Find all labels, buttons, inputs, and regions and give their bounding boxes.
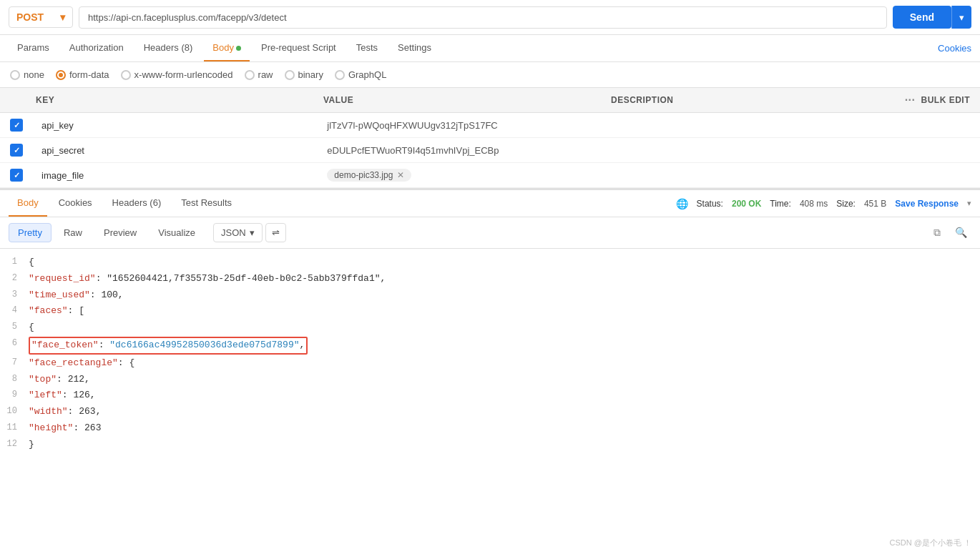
send-dropdown-button[interactable]: ▾ [951, 6, 971, 29]
radio-raw [245, 70, 255, 80]
bulk-edit-button[interactable]: Bulk Edit [921, 95, 971, 105]
table-row: image_file demo-pic33.jpg ✕ [0, 163, 980, 188]
status-label: Status: [697, 199, 723, 209]
radio-none [10, 70, 20, 80]
json-line: 9 "left": 126, [0, 387, 980, 404]
json-line: 1{ [0, 254, 980, 271]
tab-settings[interactable]: Settings [389, 35, 440, 61]
resp-tab-testresults[interactable]: Test Results [172, 190, 240, 217]
tab-body[interactable]: Body [204, 35, 250, 61]
method-value: POST [16, 11, 44, 23]
cookies-link[interactable]: Cookies [938, 43, 971, 54]
radio-formdata [56, 70, 66, 80]
line-content: "height": 263 [29, 421, 980, 436]
json-response-body: 1{2 "request_id": "1652604421,7f35573b-2… [0, 249, 980, 449]
status-time: 408 ms [800, 199, 828, 209]
resp-tab-cookies[interactable]: Cookies [50, 190, 101, 217]
line-content: "face_token": "dc6166ac49952850036d3ede0… [29, 337, 980, 355]
status-code: 200 OK [732, 199, 761, 209]
filter-icon[interactable]: ⇌ [265, 223, 286, 242]
line-content: "width": 263, [29, 405, 980, 420]
resp-tab-headers[interactable]: Headers (6) [104, 190, 170, 217]
tab-headers[interactable]: Headers (8) [135, 35, 202, 61]
radio-graphql [335, 70, 345, 80]
size-label: Size: [836, 199, 856, 209]
line-number: 9 [0, 388, 29, 402]
tab-params[interactable]: Params [9, 35, 58, 61]
save-response-button[interactable]: Save Response [895, 199, 959, 209]
col-actions-header: ··· Bulk Edit [898, 94, 970, 107]
tab-prerequest[interactable]: Pre-request Script [253, 35, 345, 61]
method-select[interactable]: POST ▾ [9, 6, 73, 28]
row2-value: eDULPcfETWuoRT9I4q51mvhIVpj_ECBp [327, 145, 612, 156]
body-type-formdata[interactable]: form-data [56, 69, 109, 80]
body-type-bar: none form-data x-www-form-urlencoded raw… [0, 62, 980, 88]
line-number: 1 [0, 255, 29, 269]
body-type-binary[interactable]: binary [285, 69, 323, 80]
json-line: 4 "faces": [ [0, 303, 980, 320]
resp-tab-body[interactable]: Body [9, 190, 47, 217]
json-line: 2 "request_id": "1652604421,7f35573b-25d… [0, 271, 980, 287]
line-number: 2 [0, 272, 29, 285]
line-number: 11 [0, 421, 29, 435]
format-pretty-button[interactable]: Pretty [9, 223, 52, 242]
status-bar: 🌐 Status: 200 OK Time: 408 ms Size: 451 … [676, 198, 971, 209]
row1-checkbox[interactable] [10, 119, 23, 132]
format-visualize-button[interactable]: Visualize [149, 223, 205, 242]
tab-tests[interactable]: Tests [348, 35, 386, 61]
format-bar: Pretty Raw Preview Visualize JSON ▾ ⇌ ⧉ … [0, 217, 980, 249]
body-type-raw[interactable]: raw [245, 69, 273, 80]
body-type-urlencoded[interactable]: x-www-form-urlencoded [121, 69, 233, 80]
line-number: 7 [0, 356, 29, 370]
line-content: "request_id": "1652604421,7f35573b-25df-… [29, 272, 980, 287]
send-button[interactable]: Send [893, 6, 951, 29]
col-value-header: VALUE [323, 95, 611, 105]
more-options-icon[interactable]: ··· [905, 94, 916, 107]
line-number: 12 [0, 437, 29, 449]
json-format-dropdown[interactable]: JSON ▾ [213, 223, 263, 242]
line-content: "top": 212, [29, 372, 980, 387]
copy-icon[interactable]: ⧉ [929, 224, 945, 242]
table-row: api_key jlTzV7l-pWQoqHFXWUUgv312jTpS17FC [0, 113, 980, 138]
status-size: 451 B [864, 199, 886, 209]
table-row: api_secret eDULPcfETWuoRT9I4q51mvhIVpj_E… [0, 138, 980, 163]
line-number: 5 [0, 320, 29, 334]
row2-key: api_secret [36, 145, 327, 156]
json-line: 8 "top": 212, [0, 372, 980, 388]
json-dropdown-arrow: ▾ [250, 227, 255, 238]
line-number: 3 [0, 288, 29, 302]
json-line: 11 "height": 263 [0, 420, 980, 437]
body-type-graphql[interactable]: GraphQL [335, 69, 386, 80]
tab-authorization[interactable]: Authorization [61, 35, 132, 61]
format-raw-button[interactable]: Raw [54, 223, 92, 242]
url-input[interactable] [79, 6, 887, 29]
method-chevron: ▾ [60, 11, 65, 23]
row3-checkbox[interactable] [10, 169, 23, 182]
line-content: } [29, 437, 980, 449]
time-label: Time: [770, 199, 791, 209]
search-icon[interactable]: 🔍 [951, 224, 971, 242]
col-desc-header: DESCRIPTION [611, 95, 898, 105]
format-right-actions: ⧉ 🔍 [929, 224, 971, 242]
json-line: 6 "face_token": "dc6166ac49952850036d3ed… [0, 336, 980, 355]
row3-key: image_file [36, 170, 327, 181]
line-content: "time_used": 100, [29, 288, 980, 303]
line-number: 6 [0, 337, 29, 350]
save-response-dropdown[interactable]: ▾ [967, 199, 971, 208]
format-preview-button[interactable]: Preview [94, 223, 146, 242]
row1-key: api_key [36, 120, 327, 131]
params-table-header: KEY VALUE DESCRIPTION ··· Bulk Edit [0, 88, 980, 113]
request-tab-bar: Params Authorization Headers (8) Body Pr… [0, 35, 980, 62]
response-tab-bar: Body Cookies Headers (6) Test Results 🌐 … [0, 188, 980, 217]
file-remove-icon[interactable]: ✕ [397, 170, 404, 180]
file-chip: demo-pic33.jpg ✕ [327, 169, 411, 182]
json-line: 3 "time_used": 100, [0, 287, 980, 304]
line-number: 4 [0, 304, 29, 317]
body-type-none[interactable]: none [10, 69, 44, 80]
top-bar: POST ▾ Send ▾ [0, 0, 980, 35]
line-content: "left": 126, [29, 388, 980, 403]
radio-binary [285, 70, 295, 80]
line-content: { [29, 320, 980, 335]
json-line: 5 { [0, 320, 980, 336]
row2-checkbox[interactable] [10, 144, 23, 157]
